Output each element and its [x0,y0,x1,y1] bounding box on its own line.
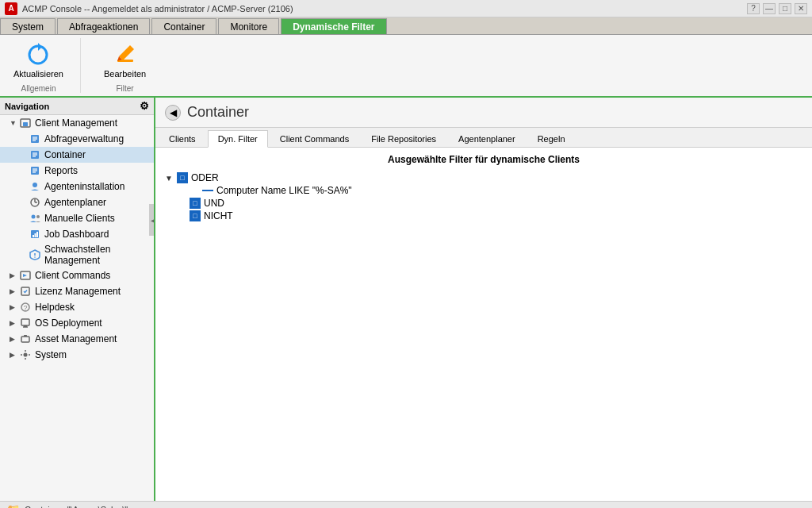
svg-point-29 [34,256,36,258]
maximize-button[interactable]: □ [779,3,791,14]
sidebar-item-schwachstellen-management[interactable]: Schwachstellen Management [0,242,154,267]
sidebar-item-reports[interactable]: Reports [0,163,154,179]
tab-regeln[interactable]: Regeln [527,130,576,147]
manuelle-clients-label: Manuelle Clients [44,213,115,224]
schwachstellen-label: Schwachstellen Management [44,244,154,266]
agenteninstallation-icon [29,180,41,193]
titlebar: A ACMP Console -- Angemeldet als adminis… [0,0,812,17]
job-dashboard-label: Job Dashboard [44,229,109,240]
sidebar-settings-icon[interactable]: ⚙ [140,100,149,112]
reports-icon [29,164,41,177]
sidebar-item-system[interactable]: ▶ System [0,347,154,363]
oder-icon: □ [176,172,189,183]
help-button[interactable]: ? [747,3,760,14]
agentenplaner-label: Agentenplaner [44,197,106,208]
svg-rect-25 [33,235,34,237]
refresh-icon [25,42,51,67]
tab-client-commands-content[interactable]: Client Commands [270,130,359,147]
sidebar-item-client-commands[interactable]: ▶ Client Commands [0,267,154,283]
sidebar-item-os-deployment[interactable]: ▶ OS Deployment [0,315,154,331]
tree-node-oder[interactable]: ▼ □ ODER [165,171,806,184]
os-deployment-label: OS Deployment [35,318,102,329]
job-dashboard-icon [29,228,41,241]
agenteninstallation-label: Agenteninstallation [44,181,124,192]
sidebar-item-agentenplaner[interactable]: Agentenplaner [0,194,154,210]
bearbeiten-label: Bearbeiten [104,69,146,79]
lizenz-icon [19,285,32,298]
lizenz-label: Lizenz Management [35,286,121,297]
svg-rect-5 [23,122,28,126]
sidebar-item-job-dashboard[interactable]: Job Dashboard [0,226,154,242]
client-management-icon [19,117,32,129]
expand-arrow-asset: ▶ [10,335,19,343]
folder-icon: 📁 [6,503,20,509]
sidebar-item-helpdesk[interactable]: ▶ ? Helpdesk [0,299,154,315]
svg-point-23 [36,215,40,218]
expand-arrow-os-deployment: ▶ [10,319,19,327]
svg-point-22 [32,215,36,219]
ribbon-btns-filter: Bearbeiten [97,38,153,83]
content-title: Container [187,104,249,121]
app-title: ACMP Console -- Angemeldet als administr… [22,4,293,13]
tree-node-computer-name[interactable]: Computer Name LIKE "%-SA%" [165,184,806,197]
expand-arrow-lizenz: ▶ [10,287,19,295]
os-deployment-icon [19,317,32,329]
sidebar-item-container[interactable]: Container [0,147,154,163]
window-controls[interactable]: ? — □ ✕ [747,3,807,14]
svg-marker-2 [119,45,134,60]
expand-arrow-system: ▶ [10,351,19,359]
tab-monitore[interactable]: Monitore [218,18,279,34]
tab-clients[interactable]: Clients [159,130,206,147]
manuelle-clients-icon [29,212,41,225]
tab-container[interactable]: Container [151,18,216,34]
titlebar-left: A ACMP Console -- Angemeldet als adminis… [5,2,293,15]
tab-dynamische-filter[interactable]: Dynamische Filter [281,18,386,34]
tab-abfrageaktionen[interactable]: Abfrageaktionen [57,18,150,34]
sidebar-item-abfrageverwaltung[interactable]: Abfrageverwaltung [0,131,154,147]
allgemein-group-label: Allgemein [21,84,56,93]
tab-file-repositories[interactable]: File Repositories [361,130,446,147]
asset-management-icon [19,333,32,345]
client-commands-sidebar-label: Client Commands [35,270,110,281]
sidebar-item-agenteninstallation[interactable]: Agenteninstallation [0,179,154,194]
helpdesk-icon: ? [19,301,32,314]
sidebar-item-lizenz-management[interactable]: ▶ Lizenz Management [0,283,154,299]
tab-system[interactable]: System [0,18,56,34]
svg-marker-31 [23,274,27,277]
tree-node-nicht[interactable]: □ NICHT [165,210,806,222]
asset-management-label: Asset Management [35,333,117,344]
expand-arrow-client-commands: ▶ [10,271,19,279]
computer-name-icon [201,185,214,196]
svg-rect-27 [36,232,38,237]
container-icon [29,148,41,161]
app-logo: A [5,2,17,15]
bearbeiten-button[interactable]: Bearbeiten [97,38,153,83]
client-commands-icon [19,269,32,282]
aktualisieren-button[interactable]: Aktualisieren [6,38,71,83]
abfrageverwaltung-icon [29,133,41,145]
tree-node-und[interactable]: □ UND [165,197,806,210]
sidebar-item-asset-management[interactable]: ▶ Asset Management [0,331,154,347]
sidebar-item-client-management[interactable]: ▼ Client Management [0,115,154,131]
aktualisieren-label: Aktualisieren [13,69,63,79]
filter-tree: ▼ □ ODER Computer Name LIKE "%-SA%" [162,171,806,222]
close-button[interactable]: ✕ [795,3,807,14]
helpdesk-label: Helpdesk [35,302,75,313]
sidebar-collapse-button[interactable]: ◂ [149,204,155,236]
svg-rect-35 [21,319,29,325]
main-tabbar: System Abfrageaktionen Container Monitor… [0,17,812,35]
statusbar-text: Container: "\Aagon\Sales\" [25,505,128,509]
tab-agentenplaner-content[interactable]: Agentenplaner [448,130,526,147]
client-management-label: Client Management [35,117,117,129]
sidebar-item-manuelle-clients[interactable]: Manuelle Clients [0,210,154,226]
back-button[interactable]: ◀ [165,105,181,121]
tab-dyn-filter[interactable]: Dyn. Filter [208,130,268,148]
minimize-button[interactable]: — [763,3,776,14]
ribbon: Aktualisieren Allgemein Bearbeiten Filte… [0,35,812,98]
statusbar: 📁 Container: "\Aagon\Sales\" [0,501,812,508]
edit-icon [113,42,138,67]
svg-rect-39 [24,335,27,337]
system-icon [19,348,32,361]
ribbon-group-allgemein: Aktualisieren Allgemein [6,38,81,93]
reports-label: Reports [44,165,78,176]
